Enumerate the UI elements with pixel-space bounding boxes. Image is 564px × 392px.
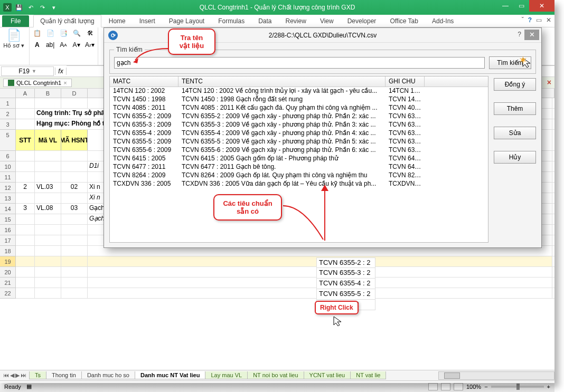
workbook-tab[interactable]: QLCL Congtrinh1 × [3, 79, 72, 87]
cell[interactable] [61, 246, 88, 256]
fx-button[interactable]: fx [55, 68, 67, 75]
cell[interactable] [35, 235, 61, 245]
ribbon-tab[interactable]: Quản lý chất lượng [33, 15, 101, 27]
cell[interactable]: 3 [16, 204, 35, 214]
row-header[interactable]: 2 [0, 109, 16, 119]
dialog-help-icon[interactable]: ? [518, 31, 521, 38]
bold-a-icon[interactable]: A [33, 40, 42, 50]
row-header[interactable]: 20 [0, 267, 16, 278]
row-header[interactable]: 16 [0, 225, 16, 235]
col-ghichu[interactable]: GHI CHU [386, 77, 425, 87]
ribbon-minimize-icon[interactable]: ˇ [522, 16, 524, 24]
cell[interactable] [35, 214, 61, 224]
row-header[interactable]: 15 [0, 214, 16, 225]
ribbon-tab[interactable]: Page Layout [163, 15, 211, 27]
sheet-nav-first-icon[interactable]: ⏮ [3, 372, 9, 379]
cell[interactable]: Mã VL [35, 130, 61, 150]
row-header[interactable]: 17 [0, 235, 16, 246]
cell[interactable]: TCVN 6355-5 : 2 [316, 289, 375, 300]
zoom-in-icon[interactable]: + [547, 384, 550, 390]
sheet-tab[interactable]: Ts [29, 371, 46, 379]
font-sort-icon[interactable]: Az▾ [85, 40, 95, 50]
ribbon-tab[interactable]: Data [252, 15, 278, 27]
sheet-tab[interactable]: Danh muc NT Vat lieu [135, 371, 205, 379]
cell[interactable] [61, 256, 88, 266]
ok-button[interactable]: Đồng ý [494, 78, 536, 91]
cell[interactable] [61, 193, 88, 203]
ribbon-tab[interactable]: View [314, 15, 340, 27]
cell[interactable] [61, 172, 88, 182]
ribbon-tab[interactable]: Developer [341, 15, 383, 27]
list-row[interactable]: TCVN 6415 : 2005TCVN 6415 : 2005 Gạch gố… [110, 155, 488, 163]
cancel-button[interactable]: Hủy [494, 151, 536, 164]
ribbon-tab[interactable]: Add-Ins [426, 15, 460, 27]
list-row[interactable]: TCVN 6355-6 : 2009TCVN 6355-6 : 2009 Về … [110, 146, 488, 155]
cell[interactable]: STT [16, 130, 35, 150]
cell[interactable] [16, 288, 35, 298]
row-header[interactable]: 6 [0, 151, 16, 161]
col-A[interactable]: A [16, 89, 35, 98]
list-row[interactable]: TCVN 4085 : 2011TCVN 4085 : 2011 Kết cấu… [110, 104, 488, 112]
cell[interactable]: TCVN 6355-4 : 2 [316, 279, 375, 289]
view-normal-icon[interactable] [428, 383, 438, 390]
horizontal-scrollbar[interactable] [438, 371, 554, 380]
cell[interactable] [35, 225, 61, 235]
cell[interactable] [61, 267, 88, 277]
list-row[interactable]: TCVN 6355-5 : 2009TCVN 6355-5 : 2009 Về … [110, 138, 488, 146]
dialog-close-button[interactable]: ✕ [524, 30, 539, 40]
save-icon[interactable]: 💾 [15, 3, 23, 12]
sheet-tab[interactable]: Danh muc ho so [81, 371, 135, 379]
row-header[interactable]: 13 [0, 193, 16, 204]
clip-icon[interactable]: 📋 [33, 28, 42, 38]
zoom-out-icon[interactable]: − [484, 384, 487, 390]
cell[interactable] [16, 193, 35, 203]
minimize-button[interactable]: — [497, 0, 513, 12]
qat-dropdown-icon[interactable]: ▾ [50, 3, 58, 12]
ribbon-tab[interactable]: Review [279, 15, 313, 27]
cell[interactable] [16, 98, 35, 108]
close-tab-icon[interactable]: × [63, 80, 67, 86]
tabbar-close-icon[interactable]: × [547, 78, 551, 87]
sheet-tab[interactable]: Thong tin [46, 371, 82, 379]
cell[interactable]: MÃ HSNT [61, 130, 88, 150]
edit-button[interactable]: Sửa [494, 127, 536, 139]
cell[interactable] [16, 172, 35, 182]
row-header[interactable]: 12 [0, 183, 16, 193]
cell[interactable] [16, 225, 35, 235]
cell[interactable] [61, 214, 88, 224]
cell[interactable] [16, 214, 35, 224]
row-header[interactable]: 22 [0, 288, 16, 299]
col-tentc[interactable]: TENTC [178, 77, 386, 87]
row-header[interactable]: 1 [0, 98, 16, 109]
row-header[interactable]: 5 [0, 130, 16, 151]
cell[interactable] [35, 288, 61, 298]
cell[interactable] [16, 109, 35, 119]
cell[interactable] [35, 256, 61, 266]
col-D[interactable]: D [61, 89, 88, 98]
cell[interactable] [16, 256, 35, 266]
sheet-tab[interactable]: Lay mau VL [205, 371, 248, 379]
list-row[interactable]: TCVN 6355-2 : 2009TCVN 6355-2 : 2009 Về … [110, 112, 488, 121]
cell[interactable] [61, 225, 88, 235]
cell[interactable]: TCVN 6355-2 : 2 [316, 257, 375, 268]
cell[interactable] [61, 151, 88, 161]
row-header[interactable]: 21 [0, 278, 16, 288]
cell[interactable] [16, 246, 35, 256]
view-layout-icon[interactable] [441, 383, 450, 390]
cell[interactable]: 2 [16, 183, 35, 193]
row-header[interactable]: 3 [0, 119, 16, 130]
font-aa-icon[interactable]: AA [59, 40, 68, 50]
cell[interactable] [61, 161, 88, 171]
sheet-nav-prev-icon[interactable]: ◀ [10, 372, 14, 379]
sheet-tab[interactable]: NT vat lie [350, 371, 386, 379]
font-drop-icon[interactable]: A▾ [72, 40, 81, 50]
ribbon-tab[interactable]: Insert [133, 15, 162, 27]
cell[interactable] [16, 278, 35, 288]
cell[interactable] [35, 161, 61, 171]
ab-icon[interactable]: ab| [46, 40, 55, 50]
cell[interactable]: 02 [61, 183, 88, 193]
cell[interactable] [16, 161, 35, 171]
tool-icon[interactable]: 🛠 [86, 28, 95, 38]
sheet-tab[interactable]: YCNT vat lieu [304, 371, 351, 379]
select-all-corner[interactable] [0, 89, 16, 98]
